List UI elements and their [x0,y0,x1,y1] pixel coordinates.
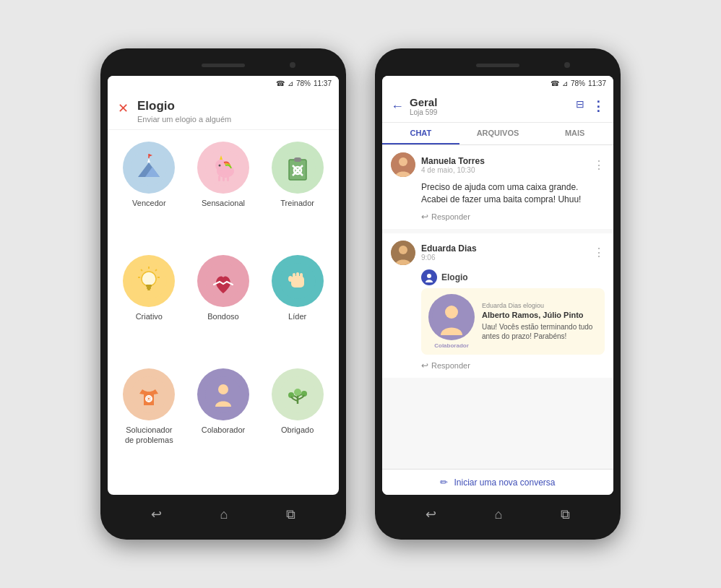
elogio-label-bondoso: Bondoso [207,311,238,321]
elogio-card-text-area: Eduarda Dias elogiou Alberto Ramos, Júli… [482,302,597,341]
svg-rect-17 [294,157,301,162]
elogio-card-recipients: Alberto Ramos, Júlio Pinto [482,311,597,319]
elogio-card: Elogio Cola [421,269,605,355]
chat-tabs: CHAT ARQUIVOS MAIS [382,123,613,145]
svg-rect-36 [300,273,303,279]
elogio-circle-criativo [123,255,175,307]
video-icon[interactable]: ⊟ [576,98,584,114]
message-options-eduarda[interactable]: ⋮ [593,246,605,259]
elogio-badge-area: Colaborador [428,294,475,349]
elogio-circle-bondoso [197,255,249,307]
elogio-circle-obrigado [272,368,324,420]
elogio-label-solucionador: Solucionadorde problemas [125,425,173,446]
reply-label-manuela: Responder [431,212,470,221]
avatar-eduarda [391,241,415,265]
svg-point-39 [144,382,153,391]
elogio-item-lider[interactable]: Líder [264,255,330,360]
wifi-icon: ☎ [276,79,285,87]
elogio-item-sensacional[interactable]: Sensacional [191,142,256,246]
recent-nav-icon-2[interactable]: ⧉ [561,507,570,522]
svg-point-47 [294,389,301,396]
tab-chat[interactable]: CHAT [382,123,459,144]
svg-rect-13 [227,176,229,181]
home-nav-icon-1[interactable]: ⌂ [220,507,228,522]
more-icon[interactable]: ⋮ [592,98,605,114]
phone-1: ☎ ⊿ 78% 11:37 ✕ Elogio Enviar um elogio … [100,48,346,540]
message-time-manuela: 4 de maio, 10:30 [421,166,584,174]
message-body-manuela: Preciso de ajuda com uma caixa grande. A… [421,181,605,206]
elogio-card-icon [421,269,437,285]
message-manuela: Manuela Torres 4 de maio, 10:30 ⋮ Precis… [382,145,613,229]
tab-arquivos[interactable]: ARQUIVOS [459,123,537,144]
svg-rect-34 [293,273,295,279]
time-text: 11:37 [314,79,332,87]
svg-rect-35 [296,272,299,279]
elogio-label-obrigado: Obrigado [281,425,314,435]
elogio-label-lider: Líder [288,311,306,321]
elogio-label-criativo: Criativo [136,311,163,321]
signal-icon-2: ⊿ [562,79,568,87]
elogio-page-subtitle: Enviar um elogio a alguém [137,115,231,124]
svg-point-49 [399,157,407,166]
reply-label-eduarda: Responder [431,361,470,370]
phone-top-bar-2 [382,59,613,72]
back-button[interactable]: ← [391,99,404,114]
elogio-label-sensacional: Sensacional [202,198,245,208]
author-name-eduarda: Eduarda Dias [421,243,584,254]
elogio-badge-label: Colaborador [434,342,469,349]
message-options-manuela[interactable]: ⋮ [593,158,605,172]
tab-mais[interactable]: MAIS [536,123,613,144]
svg-rect-24 [147,287,151,289]
phone-top-bar-1 [108,59,339,72]
elogio-circle-solucionador [123,368,175,420]
bottom-nav-1: ↩ ⌂ ⧉ [108,499,339,529]
elogio-label-colaborador: Colaborador [202,425,246,435]
elogio-circle-sensacional [197,142,249,194]
signal-icon: ⊿ [288,79,293,87]
elogio-item-obrigado[interactable]: Obrigado [264,368,330,483]
elogio-item-criativo[interactable]: Criativo [116,255,182,360]
status-bar-2: ☎ ⊿ 78% 11:37 [382,76,613,90]
elogio-item-bondoso[interactable]: Bondoso [191,255,256,360]
back-nav-icon-2[interactable]: ↩ [426,506,436,522]
reply-button-manuela[interactable]: ↩ Responder [421,212,605,222]
elogio-circle-treinador [272,142,324,194]
svg-point-22 [142,272,156,286]
message-time-eduarda: 9:06 [421,254,584,261]
author-name-manuela: Manuela Torres [421,156,584,166]
new-convo-bar[interactable]: ✏ Iniciar uma nova conversa [382,469,613,495]
chat-messages: Manuela Torres 4 de maio, 10:30 ⋮ Precis… [382,145,613,469]
elogio-card-from: Eduarda Dias elogiou [482,302,597,309]
elogio-circle-vencedor [123,142,175,194]
wifi-icon-2: ☎ [551,79,559,87]
elogio-item-treinador[interactable]: Treinador [264,142,330,246]
elogio-item-colaborador[interactable]: Colaborador [191,368,256,483]
elogio-item-vencedor[interactable]: Vencedor [116,142,182,246]
new-convo-text: Iniciar uma nova conversa [454,477,555,488]
elogio-circle-colaborador [197,368,249,420]
message-header-eduarda: Eduarda Dias 9:06 ⋮ [391,241,605,265]
elogio-card-header: Elogio [421,269,605,285]
author-time-eduarda: Eduarda Dias 9:06 [421,243,584,261]
bottom-nav-2: ↩ ⌂ ⧉ [382,499,613,529]
back-nav-icon-1[interactable]: ↩ [151,506,162,522]
close-button[interactable]: ✕ [118,100,129,116]
phone-screen-1: ☎ ⊿ 78% 11:37 ✕ Elogio Enviar um elogio … [108,76,339,495]
recent-nav-icon-1[interactable]: ⧉ [286,507,295,522]
chat-header: ← Geral Loja 599 ⊟ ⋮ [382,90,613,123]
elogio-grid: Vencedor [108,130,339,495]
svg-rect-11 [218,176,220,181]
author-time-manuela: Manuela Torres 4 de maio, 10:30 [421,156,584,174]
reply-button-eduarda[interactable]: ↩ Responder [421,360,605,371]
svg-line-27 [155,269,157,271]
speaker-2 [476,64,519,67]
svg-rect-23 [146,285,152,287]
channel-subtitle: Loja 599 [410,108,570,116]
phone-2: ☎ ⊿ 78% 11:37 ← Geral Loja 599 ⊟ ⋮ CHAT … [375,48,621,540]
new-convo-icon: ✏ [440,477,448,488]
home-nav-icon-2[interactable]: ⌂ [495,507,503,522]
svg-point-51 [399,246,407,254]
svg-point-54 [445,306,458,319]
elogio-item-solucionador[interactable]: Solucionadorde problemas [116,368,182,483]
svg-point-10 [218,165,220,167]
